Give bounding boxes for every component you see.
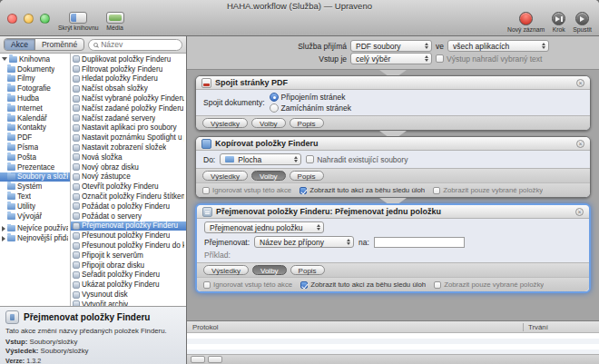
remove-action-icon[interactable] — [576, 140, 584, 148]
library-item[interactable]: Soubory a složky — [0, 172, 70, 182]
log-body[interactable] — [187, 333, 599, 354]
media-button[interactable]: Média — [106, 12, 124, 31]
show-selected-checkbox[interactable] — [434, 281, 441, 289]
search-input[interactable] — [101, 40, 177, 49]
library-item[interactable]: Internet — [0, 103, 70, 113]
action-list-item[interactable]: Načíst vybrané položky Finderu — [71, 93, 186, 103]
replace-existing-checkbox[interactable] — [306, 155, 314, 163]
action-list-item[interactable]: Nový obraz disku — [71, 162, 186, 172]
action-list-item[interactable]: Nastavit zobrazení složek — [71, 143, 186, 152]
rename-items-header[interactable]: Přejmenovat položky Finderu: Přejmenovat… — [197, 205, 589, 219]
service-input-popup[interactable]: celý výběr — [350, 53, 432, 64]
remove-action-icon[interactable] — [575, 208, 584, 216]
action-list-item[interactable]: Ukázat položky Finderu — [71, 280, 186, 290]
show-when-run-checkbox-row[interactable]: Zobrazit tuto akci za běhu sledu úloh — [300, 186, 425, 194]
options-button[interactable]: Volby — [251, 171, 286, 181]
combine-pdf-header[interactable]: Spojit stránky PDF — [196, 76, 590, 90]
action-list-item[interactable]: Přesunout položky Finderu — [71, 231, 186, 241]
action-list-item[interactable]: Načíst zadané položky Finderu — [71, 103, 186, 113]
ignore-input-checkbox[interactable] — [202, 187, 210, 194]
show-selected-checkbox-row[interactable]: Zobrazit pouze vybrané položky — [433, 186, 543, 194]
action-combine-pdf[interactable]: Spojit stránky PDF Spojit dokumenty: Při… — [195, 75, 591, 131]
show-when-run-checkbox[interactable] — [300, 187, 307, 194]
log-column-divider[interactable] — [523, 323, 524, 331]
library-item[interactable]: Systém — [0, 182, 70, 192]
library-item[interactable]: Hudba — [0, 93, 70, 103]
action-list-item[interactable]: Přejmenovat položky Finderu — [71, 221, 186, 231]
search-field[interactable] — [88, 39, 182, 51]
service-receives-popup[interactable]: PDF soubory — [350, 40, 432, 52]
close-window-button[interactable] — [7, 14, 17, 24]
library-item[interactable]: Fotografie — [0, 84, 70, 93]
library-item[interactable]: Kontakty — [0, 123, 70, 133]
log-view-button[interactable] — [191, 356, 205, 363]
new-name-input[interactable] — [374, 237, 465, 248]
shuffle-pages-radio-row[interactable]: Zamícháním stránek — [270, 103, 351, 113]
action-list-item[interactable]: Duplikovat položky Finderu — [71, 54, 186, 64]
library-item[interactable]: Utility — [0, 202, 70, 212]
log-clear-button[interactable] — [208, 356, 222, 363]
library-item[interactable]: Kalendář — [0, 113, 70, 123]
action-list-item[interactable]: Vytvořit archiv — [71, 300, 186, 306]
library-item[interactable]: Text — [0, 192, 70, 202]
append-pages-radio[interactable] — [270, 93, 279, 102]
action-list-item[interactable]: Požádat o servery — [71, 212, 186, 221]
library-item[interactable]: Prezentace — [0, 162, 70, 172]
action-list-item[interactable]: Nastavit poznámku Spotlight u položek Fi… — [71, 133, 186, 143]
replace-output-checkbox-row[interactable]: Výstup nahradí vybraný text — [436, 54, 542, 64]
description-button[interactable]: Popis — [290, 171, 324, 181]
action-list-item[interactable]: Filtrovat položky Finderu — [71, 64, 186, 74]
tab-variables[interactable]: Proměnné — [34, 39, 83, 50]
library-item[interactable]: Písma — [0, 143, 70, 152]
ignore-input-checkbox[interactable] — [203, 281, 211, 289]
results-button[interactable]: Výsledky — [202, 171, 248, 181]
append-pages-radio-row[interactable]: Připojením stránek — [270, 93, 351, 102]
results-button[interactable]: Výsledky — [202, 118, 248, 128]
copy-items-header[interactable]: Kopírovat položky Finderu — [196, 137, 590, 151]
name-part-popup[interactable]: Název bez přípony — [254, 236, 354, 248]
show-selected-checkbox-row[interactable]: Zobrazit pouze vybrané položky — [434, 280, 544, 289]
action-list-item[interactable]: Hledat položky Finderu — [71, 74, 186, 84]
service-application-popup[interactable]: všech aplikacích — [447, 40, 549, 52]
action-list-item[interactable]: Označit položky Finderu štítkem — [71, 192, 186, 202]
action-list-item[interactable]: Načíst obsah složky — [71, 84, 186, 93]
show-when-run-checkbox-row[interactable]: Zobrazit tuto akci za běhu sledu úloh — [300, 280, 426, 289]
library-item[interactable]: Dokumenty — [0, 64, 70, 74]
options-button[interactable]: Volby — [252, 265, 287, 275]
description-button[interactable]: Popis — [290, 118, 324, 128]
action-list-item[interactable]: Seřadit položky Finderu — [71, 271, 186, 280]
action-copy-finder-items[interactable]: Kopírovat položky Finderu Do: Plocha Nah… — [195, 136, 591, 198]
remove-action-icon[interactable] — [576, 79, 584, 87]
hide-library-button[interactable]: Skrýt knihovnu — [58, 12, 99, 31]
rename-mode-popup[interactable]: Přejmenovat jednu položku — [204, 221, 324, 233]
action-list-item[interactable]: Vysunout disk — [71, 290, 186, 300]
tab-actions[interactable]: Akce — [5, 39, 34, 50]
show-when-run-checkbox[interactable] — [300, 281, 308, 289]
results-button[interactable]: Výsledky — [203, 265, 249, 275]
library-smart-group-item[interactable]: Nejvíce používané — [0, 224, 70, 234]
action-list-item[interactable]: Nová složka — [71, 152, 186, 162]
ignore-input-checkbox-row[interactable]: Ignorovat vstup této akce — [203, 280, 292, 289]
library-item[interactable]: PDF — [0, 133, 70, 143]
action-list-item[interactable]: Připojit k serverům — [71, 251, 186, 261]
show-selected-checkbox[interactable] — [433, 187, 440, 194]
action-rename-finder-items[interactable]: Přejmenovat položky Finderu: Přejmenovat… — [195, 203, 591, 293]
library-root-item[interactable]: Knihovna — [0, 54, 70, 64]
library-item[interactable]: Vývojář — [0, 212, 70, 221]
record-button[interactable]: Nový záznam — [507, 12, 545, 33]
library-item[interactable]: Filmy — [0, 74, 70, 84]
zoom-window-button[interactable] — [40, 14, 50, 24]
action-list-item[interactable]: Otevřít položky Finderu — [71, 182, 186, 192]
description-button[interactable]: Popis — [290, 265, 325, 275]
library-item[interactable]: Pošta — [0, 152, 70, 162]
action-list-item[interactable]: Připojit obraz disku — [71, 261, 186, 271]
action-list-item[interactable]: Nastavit aplikaci pro soubory — [71, 123, 186, 133]
options-button[interactable]: Volby — [251, 118, 286, 128]
step-button[interactable]: Krok — [552, 12, 565, 33]
action-list-item[interactable]: Přesunout položky Finderu do koše — [71, 241, 186, 251]
action-list-item[interactable]: Načíst zadané servery — [71, 113, 186, 123]
action-list-item[interactable]: Nový zástupce — [71, 172, 186, 182]
library-smart-group-item[interactable]: Nejnovější přidané — [0, 233, 70, 243]
run-button[interactable]: Spustit — [573, 12, 592, 33]
action-list-item[interactable]: Požádat o položky Finderu — [71, 202, 186, 212]
